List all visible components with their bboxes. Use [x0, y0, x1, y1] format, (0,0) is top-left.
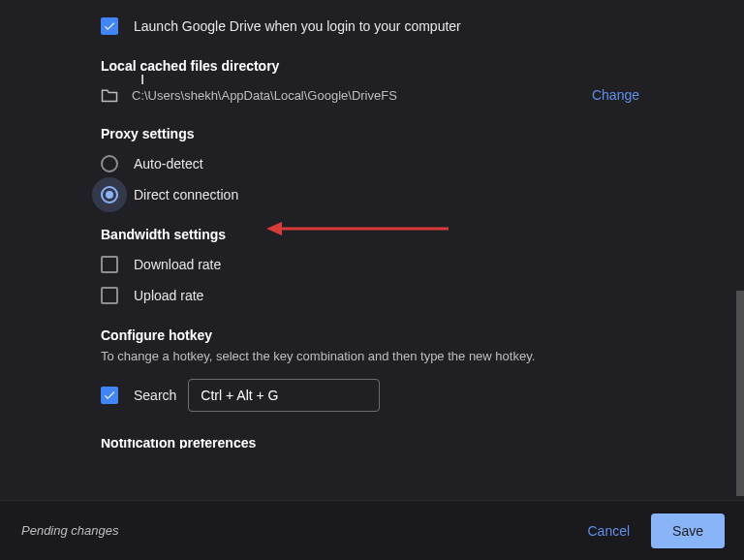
check-icon	[103, 19, 116, 33]
check-icon	[103, 389, 116, 402]
bandwidth-checkbox-upload[interactable]	[101, 287, 118, 304]
cancel-button[interactable]: Cancel	[574, 513, 643, 548]
scrollbar[interactable]	[736, 291, 744, 496]
proxy-title: Proxy settings	[101, 126, 744, 141]
proxy-radio-auto[interactable]	[101, 155, 118, 172]
bandwidth-title: Bandwidth settings	[101, 227, 744, 242]
hotkey-input[interactable]: Ctrl + Alt + G	[188, 379, 380, 412]
proxy-radio-direct[interactable]	[101, 186, 118, 203]
launch-on-login-label: Launch Google Drive when you login to yo…	[134, 18, 461, 34]
proxy-label-direct: Direct connection	[134, 187, 238, 202]
notifications-title: Notification preferences	[101, 439, 744, 449]
bandwidth-label-download: Download rate	[134, 257, 221, 272]
footer-bar: Pending changes Cancel Save	[0, 500, 744, 560]
folder-icon	[101, 88, 118, 103]
save-button[interactable]: Save	[651, 513, 725, 548]
cache-title: Local cached files directory	[101, 58, 744, 74]
radio-ripple	[92, 177, 127, 212]
hotkey-description: To change a hotkey, select the key combi…	[101, 349, 744, 363]
hotkey-title: Configure hotkey	[101, 327, 744, 343]
footer-status: Pending changes	[21, 523, 574, 538]
bandwidth-checkbox-download[interactable]	[101, 256, 118, 273]
proxy-label-auto: Auto-detect	[134, 156, 203, 171]
change-dir-link[interactable]: Change	[592, 87, 639, 103]
search-hotkey-checkbox[interactable]	[101, 387, 118, 404]
search-hotkey-label: Search	[134, 388, 176, 403]
bandwidth-label-upload: Upload rate	[134, 288, 203, 303]
launch-on-login-checkbox[interactable]	[101, 17, 118, 35]
cache-path: C:\Users\shekh\AppData\Local\Google\Driv…	[132, 88, 592, 103]
settings-panel: Launch Google Drive when you login to yo…	[0, 0, 744, 500]
